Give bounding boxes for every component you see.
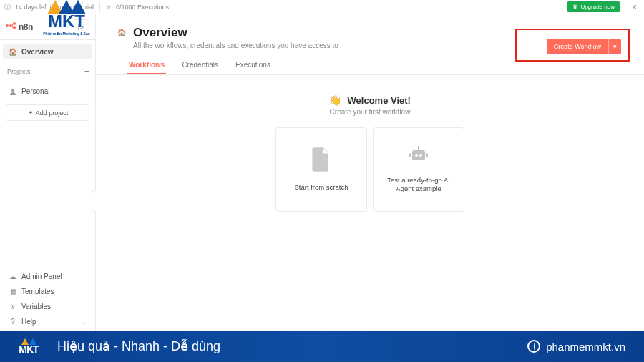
person-icon — [9, 88, 17, 95]
sidenav: 🏠 Overview — [0, 40, 95, 59]
add-project-button[interactable]: ＋ Add project — [6, 104, 89, 121]
upgrade-button[interactable]: ♛ Upgrade now — [567, 1, 620, 12]
card-label: Start from scratch — [288, 183, 356, 192]
sidebar-item-label: Variables — [21, 303, 51, 310]
footer-banner: MKT Hiệu quả - Nhanh - Dễ dùng phanmemmk… — [0, 331, 644, 362]
tab-executions[interactable]: Executions — [234, 61, 272, 74]
sidebar-item-help[interactable]: ? Help ⌄ — [3, 314, 92, 329]
sidebar-item-label: Templates — [21, 288, 54, 295]
info-icon: i — [4, 4, 11, 10]
file-icon — [311, 147, 331, 176]
footer-tagline: Hiệu quả - Nhanh - Dễ dùng — [57, 338, 220, 354]
wave-icon: 👋 — [329, 94, 341, 106]
upgrade-label: Upgrade now — [580, 4, 615, 10]
card-label: Test a ready-to-go AI Agent example — [374, 176, 464, 194]
page-title: Overview — [133, 26, 338, 40]
card-start-scratch[interactable]: Start from scratch — [275, 127, 367, 212]
page-subtitle: All the workflows, credentials and execu… — [133, 41, 338, 49]
tab-workflows[interactable]: Workflows — [127, 61, 166, 74]
svg-rect-5 — [412, 150, 425, 160]
trial-bar: i 14 days left in your n8n trial ★ 0/100… — [0, 0, 644, 14]
robot-icon — [408, 146, 429, 169]
card-ai-agent[interactable]: Test a ready-to-go AI Agent example — [373, 127, 464, 212]
create-workflow-dropdown[interactable]: ▾ — [608, 39, 621, 54]
svg-point-2 — [13, 22, 16, 25]
svg-point-9 — [418, 146, 420, 147]
trial-days-text: 14 days left in your n8n trial — [15, 4, 94, 11]
help-icon: ? — [9, 318, 17, 326]
svg-point-4 — [11, 89, 14, 92]
sidebar-item-variables[interactable]: x Variables — [3, 299, 92, 314]
cloud-icon: ☁ — [9, 273, 17, 280]
svg-point-3 — [13, 26, 16, 29]
sidebar-item-label: Personal — [21, 87, 49, 95]
sidebar-item-overview[interactable]: 🏠 Overview — [3, 44, 92, 59]
sidebar-item-label: Overview — [21, 48, 53, 56]
executions-count: 0/1000 Executions — [116, 4, 169, 11]
add-project-icon[interactable]: + — [84, 67, 89, 77]
footer-url: phanmemmkt.vn — [546, 341, 625, 353]
main: 🏠 Overview All the workflows, credential… — [96, 14, 644, 331]
create-workflow-button[interactable]: Create Workflow — [547, 39, 608, 54]
svg-rect-10 — [409, 153, 411, 157]
plus-icon: ＋ — [27, 108, 34, 117]
projects-section-header: Projects + — [0, 59, 95, 79]
welcome-subtitle: Create your first workflow — [96, 108, 644, 116]
n8n-logo: n8n — [6, 21, 33, 32]
divider — [99, 2, 100, 12]
welcome-block: 👋 Welcome Viet! Create your first workfl… — [96, 94, 644, 116]
footer-logo: MKT — [10, 332, 47, 361]
add-project-label: Add project — [36, 109, 69, 117]
sidebar-item-label: Admin Panel — [21, 273, 62, 280]
templates-icon: ▦ — [9, 288, 17, 295]
close-icon[interactable]: × — [632, 3, 637, 11]
sidebar-item-admin[interactable]: ☁ Admin Panel — [3, 269, 92, 284]
projects-label: Projects — [7, 68, 31, 75]
svg-point-0 — [6, 24, 9, 27]
breadcrumb-home-icon[interactable]: 🏠 — [117, 29, 126, 36]
footer-logo-text: MKT — [19, 343, 38, 355]
svg-rect-11 — [426, 153, 428, 157]
crown-icon: ♛ — [572, 4, 577, 10]
welcome-title: Welcome Viet! — [348, 95, 411, 106]
svg-point-6 — [415, 154, 418, 157]
sidebar: n8n 🏠 Overview Projects + Personal — [0, 14, 96, 331]
logo-row: n8n — [0, 14, 95, 40]
sidebar-bottom: ☁ Admin Panel ▦ Templates x Variables ? … — [0, 266, 95, 331]
collapse-sidebar-button[interactable] — [74, 19, 89, 35]
sidebar-item-personal[interactable]: Personal — [3, 84, 92, 99]
starter-cards: Start from scratch Test a ready-to-go AI… — [96, 127, 644, 212]
sidebar-item-label: Help — [21, 318, 36, 326]
variables-icon: x — [9, 303, 17, 310]
sidebar-item-templates[interactable]: ▦ Templates — [3, 284, 92, 299]
home-icon: 🏠 — [9, 48, 17, 56]
svg-point-7 — [419, 154, 422, 157]
globe-icon — [527, 340, 540, 353]
chevron-down-icon: ⌄ — [81, 318, 87, 326]
tab-credentials[interactable]: Credentials — [180, 61, 220, 74]
star-icon: ★ — [106, 4, 112, 11]
svg-point-1 — [9, 24, 12, 27]
